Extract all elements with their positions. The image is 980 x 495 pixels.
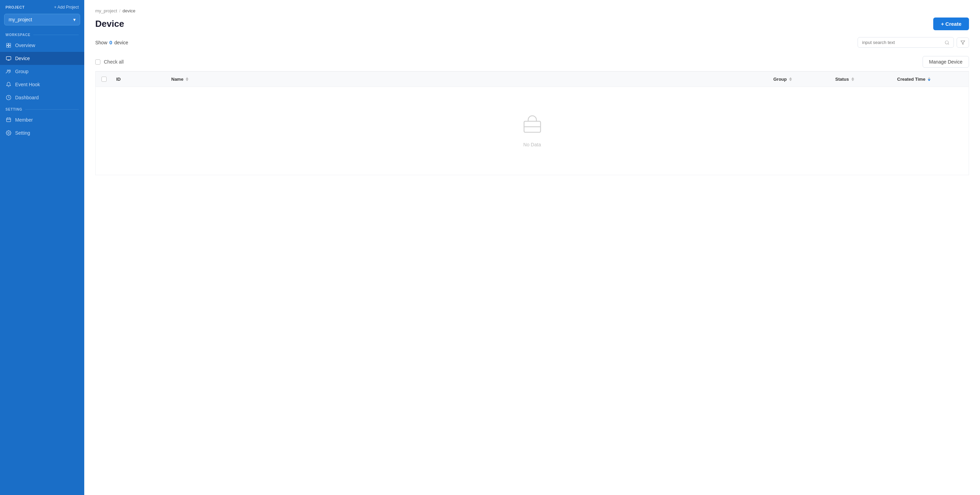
sidebar-item-dashboard[interactable]: Dashboard [0, 91, 84, 104]
event-hook-icon [5, 81, 12, 87]
sidebar-project-header: PROJECT + Add Project [0, 0, 84, 13]
svg-rect-2 [6, 46, 8, 48]
empty-state: No Data [95, 87, 969, 175]
dashboard-icon [5, 94, 12, 101]
chevron-down-icon: ▾ [73, 17, 76, 22]
th-id: ID [112, 72, 167, 87]
create-button[interactable]: + Create [933, 17, 969, 30]
sidebar-item-label: Member [15, 117, 33, 123]
name-sort-icons [186, 77, 188, 81]
check-all-label: Check all [104, 59, 124, 65]
empty-text: No Data [523, 142, 541, 148]
status-sort-icons [851, 77, 854, 81]
header-checkbox[interactable] [102, 76, 107, 82]
show-count: Show 0 device [95, 40, 128, 45]
sidebar-item-label: Overview [15, 43, 35, 48]
page-header: Device + Create [95, 17, 969, 30]
sidebar: PROJECT + Add Project my_project ▾ WORKS… [0, 0, 84, 495]
th-name[interactable]: Name [167, 72, 769, 87]
setting-icon [5, 130, 12, 136]
checkall-row: Check all Manage Device [95, 52, 969, 71]
overview-icon [5, 42, 12, 48]
sort-up-icon [928, 77, 931, 79]
toolbar-row: Show 0 device [95, 37, 969, 48]
svg-point-6 [9, 70, 10, 71]
svg-rect-1 [9, 43, 11, 45]
project-label: PROJECT [5, 5, 25, 9]
created-time-sort-icons [928, 77, 931, 81]
check-all-checkbox[interactable] [95, 59, 100, 65]
search-input[interactable] [862, 40, 942, 45]
svg-marker-11 [961, 41, 965, 44]
table-header: ID Name Group Status [95, 72, 969, 87]
th-checkbox [95, 72, 112, 87]
svg-point-5 [7, 70, 9, 71]
breadcrumb-separator: / [119, 8, 121, 13]
sidebar-item-setting[interactable]: Setting [0, 127, 84, 140]
sidebar-item-label: Group [15, 69, 29, 74]
breadcrumb: my_project / device [95, 8, 969, 13]
sort-down-icon [789, 79, 792, 81]
search-icon[interactable] [945, 40, 950, 45]
content-area: my_project / device Device + Create Show… [84, 0, 980, 495]
sort-up-icon [851, 77, 854, 79]
th-created-time[interactable]: Created Time [893, 72, 969, 87]
svg-rect-8 [6, 118, 11, 122]
toolbar-right [858, 37, 969, 48]
device-icon [5, 55, 12, 62]
sort-up-icon [789, 77, 792, 79]
sidebar-item-label: Event Hook [15, 82, 40, 87]
page-title: Device [95, 19, 124, 29]
svg-rect-3 [9, 46, 11, 48]
group-sort-icons [789, 77, 792, 81]
filter-button[interactable] [957, 37, 969, 48]
setting-section-label: SETTING [0, 104, 84, 113]
sidebar-item-label: Device [15, 56, 30, 61]
th-group[interactable]: Group [769, 72, 831, 87]
sort-down-icon [928, 79, 931, 81]
sidebar-item-label: Setting [15, 130, 30, 136]
checkall-left: Check all [95, 59, 124, 65]
svg-rect-0 [6, 43, 8, 45]
show-label: Show [95, 40, 107, 45]
sidebar-item-label: Dashboard [15, 95, 39, 100]
manage-device-button[interactable]: Manage Device [923, 56, 969, 68]
sort-down-icon [851, 79, 854, 81]
device-table: ID Name Group Status [95, 71, 969, 175]
device-count: 0 [109, 40, 112, 45]
workspace-section-label: WORKSPACE [0, 30, 84, 39]
device-label: device [114, 40, 128, 45]
empty-icon [521, 114, 543, 136]
group-icon [5, 68, 12, 75]
search-box[interactable] [858, 37, 954, 48]
sidebar-item-device[interactable]: Device [0, 52, 84, 65]
member-icon [5, 117, 12, 123]
main-content: my_project / device Device + Create Show… [84, 0, 980, 495]
sidebar-item-overview[interactable]: Overview [0, 39, 84, 52]
svg-rect-4 [6, 57, 11, 60]
breadcrumb-current: device [123, 8, 135, 13]
sort-down-icon [186, 79, 188, 81]
add-project-button[interactable]: + Add Project [54, 5, 79, 10]
project-selector[interactable]: my_project ▾ [4, 14, 80, 25]
breadcrumb-parent[interactable]: my_project [95, 8, 117, 13]
th-status[interactable]: Status [831, 72, 893, 87]
sidebar-item-group[interactable]: Group [0, 65, 84, 78]
sidebar-item-member[interactable]: Member [0, 113, 84, 127]
sort-up-icon [186, 77, 188, 79]
project-name: my_project [9, 17, 32, 22]
sidebar-item-event-hook[interactable]: Event Hook [0, 78, 84, 91]
svg-point-9 [8, 132, 9, 133]
